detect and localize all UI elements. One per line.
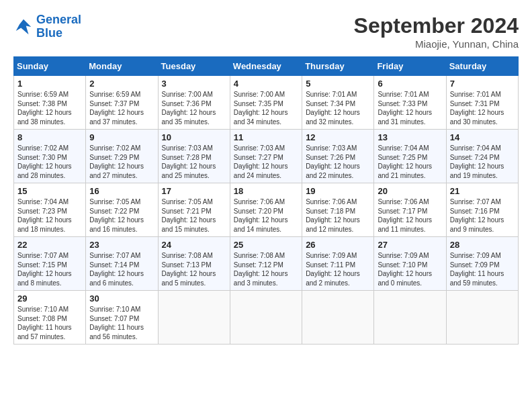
calendar-cell: 2Sunrise: 6:59 AMSunset: 7:37 PMDaylight… — [86, 76, 158, 130]
day-info: Sunrise: 7:09 AMSunset: 7:11 PMDaylight:… — [306, 251, 370, 287]
day-info: Sunrise: 7:02 AMSunset: 7:30 PMDaylight:… — [17, 144, 82, 180]
calendar-week-4: 22Sunrise: 7:07 AMSunset: 7:15 PMDayligh… — [14, 237, 519, 291]
logo-icon — [13, 17, 34, 37]
weekday-header-thursday: Thursday — [302, 57, 374, 76]
day-number: 29 — [17, 293, 82, 304]
day-info: Sunrise: 7:04 AMSunset: 7:23 PMDaylight:… — [17, 197, 82, 234]
day-info: Sunrise: 7:03 AMSunset: 7:26 PMDaylight:… — [306, 144, 370, 180]
calendar-cell: 22Sunrise: 7:07 AMSunset: 7:15 PMDayligh… — [14, 237, 86, 291]
logo: General Blue — [13, 13, 81, 40]
day-number: 3 — [162, 79, 226, 89]
calendar-cell: 9Sunrise: 7:02 AMSunset: 7:29 PMDaylight… — [86, 130, 158, 183]
calendar-cell — [374, 291, 446, 345]
day-number: 8 — [17, 132, 82, 142]
day-info: Sunrise: 7:07 AMSunset: 7:14 PMDaylight:… — [89, 251, 154, 287]
day-number: 9 — [89, 132, 154, 142]
day-number: 20 — [378, 186, 442, 196]
day-info: Sunrise: 7:10 AMSunset: 7:08 PMDaylight:… — [17, 305, 82, 341]
calendar-cell: 19Sunrise: 7:06 AMSunset: 7:18 PMDayligh… — [302, 183, 374, 237]
day-info: Sunrise: 7:08 AMSunset: 7:13 PMDaylight:… — [162, 251, 226, 287]
location-subtitle: Miaojie, Yunnan, China — [354, 38, 519, 50]
calendar-cell: 13Sunrise: 7:04 AMSunset: 7:25 PMDayligh… — [374, 130, 446, 183]
day-info: Sunrise: 7:00 AMSunset: 7:36 PMDaylight:… — [162, 90, 226, 126]
day-info: Sunrise: 7:01 AMSunset: 7:31 PMDaylight:… — [450, 90, 515, 126]
day-info: Sunrise: 7:05 AMSunset: 7:21 PMDaylight:… — [162, 197, 226, 234]
calendar-cell: 10Sunrise: 7:03 AMSunset: 7:28 PMDayligh… — [158, 130, 230, 183]
day-info: Sunrise: 7:06 AMSunset: 7:17 PMDaylight:… — [378, 197, 442, 234]
day-info: Sunrise: 7:08 AMSunset: 7:12 PMDaylight:… — [234, 251, 298, 287]
day-number: 6 — [378, 79, 442, 89]
day-number: 17 — [162, 186, 226, 196]
day-number: 12 — [306, 132, 370, 142]
calendar-cell: 23Sunrise: 7:07 AMSunset: 7:14 PMDayligh… — [86, 237, 158, 291]
day-number: 13 — [378, 132, 442, 142]
month-title: September 2024 — [354, 13, 519, 38]
calendar-cell: 11Sunrise: 7:03 AMSunset: 7:27 PMDayligh… — [230, 130, 302, 183]
calendar-cell: 12Sunrise: 7:03 AMSunset: 7:26 PMDayligh… — [302, 130, 374, 183]
day-info: Sunrise: 7:01 AMSunset: 7:33 PMDaylight:… — [378, 90, 442, 126]
day-number: 11 — [234, 132, 298, 142]
day-number: 16 — [89, 186, 154, 196]
weekday-header-monday: Monday — [86, 57, 158, 76]
calendar-table: SundayMondayTuesdayWednesdayThursdayFrid… — [13, 56, 519, 345]
day-number: 14 — [450, 132, 515, 142]
calendar-cell: 6Sunrise: 7:01 AMSunset: 7:33 PMDaylight… — [374, 76, 446, 130]
day-info: Sunrise: 7:01 AMSunset: 7:34 PMDaylight:… — [306, 90, 370, 126]
calendar-cell: 1Sunrise: 6:59 AMSunset: 7:38 PMDaylight… — [14, 76, 86, 130]
calendar-cell: 18Sunrise: 7:06 AMSunset: 7:20 PMDayligh… — [230, 183, 302, 237]
day-info: Sunrise: 7:09 AMSunset: 7:10 PMDaylight:… — [378, 251, 442, 287]
day-info: Sunrise: 6:59 AMSunset: 7:38 PMDaylight:… — [17, 90, 82, 126]
calendar-cell: 15Sunrise: 7:04 AMSunset: 7:23 PMDayligh… — [14, 183, 86, 237]
day-info: Sunrise: 7:06 AMSunset: 7:18 PMDaylight:… — [306, 197, 370, 234]
calendar-cell: 27Sunrise: 7:09 AMSunset: 7:10 PMDayligh… — [374, 237, 446, 291]
calendar-cell: 25Sunrise: 7:08 AMSunset: 7:12 PMDayligh… — [230, 237, 302, 291]
calendar-week-2: 8Sunrise: 7:02 AMSunset: 7:30 PMDaylight… — [14, 130, 519, 183]
day-number: 28 — [450, 240, 515, 250]
day-info: Sunrise: 7:02 AMSunset: 7:29 PMDaylight:… — [89, 144, 154, 180]
calendar-cell: 21Sunrise: 7:07 AMSunset: 7:16 PMDayligh… — [446, 183, 518, 237]
calendar-cell — [158, 291, 230, 345]
weekday-header-row: SundayMondayTuesdayWednesdayThursdayFrid… — [14, 57, 519, 76]
weekday-header-saturday: Saturday — [446, 57, 518, 76]
day-info: Sunrise: 6:59 AMSunset: 7:37 PMDaylight:… — [89, 90, 154, 126]
calendar-cell — [302, 291, 374, 345]
logo-text: General Blue — [36, 13, 81, 40]
calendar-cell: 14Sunrise: 7:04 AMSunset: 7:24 PMDayligh… — [446, 130, 518, 183]
calendar-cell: 5Sunrise: 7:01 AMSunset: 7:34 PMDaylight… — [302, 76, 374, 130]
calendar-cell — [446, 291, 518, 345]
day-number: 24 — [162, 240, 226, 250]
calendar-cell: 17Sunrise: 7:05 AMSunset: 7:21 PMDayligh… — [158, 183, 230, 237]
calendar-cell: 30Sunrise: 7:10 AMSunset: 7:07 PMDayligh… — [86, 291, 158, 345]
day-number: 27 — [378, 240, 442, 250]
calendar-cell — [230, 291, 302, 345]
calendar-cell: 3Sunrise: 7:00 AMSunset: 7:36 PMDaylight… — [158, 76, 230, 130]
calendar-cell: 4Sunrise: 7:00 AMSunset: 7:35 PMDaylight… — [230, 76, 302, 130]
day-number: 25 — [234, 240, 298, 250]
calendar-week-5: 29Sunrise: 7:10 AMSunset: 7:08 PMDayligh… — [14, 291, 519, 345]
weekday-header-wednesday: Wednesday — [230, 57, 302, 76]
day-info: Sunrise: 7:00 AMSunset: 7:35 PMDaylight:… — [234, 90, 298, 126]
day-info: Sunrise: 7:07 AMSunset: 7:15 PMDaylight:… — [17, 251, 82, 287]
weekday-header-sunday: Sunday — [14, 57, 86, 76]
day-info: Sunrise: 7:09 AMSunset: 7:09 PMDaylight:… — [450, 251, 515, 287]
day-number: 26 — [306, 240, 370, 250]
day-info: Sunrise: 7:03 AMSunset: 7:27 PMDaylight:… — [234, 144, 298, 180]
calendar-cell: 24Sunrise: 7:08 AMSunset: 7:13 PMDayligh… — [158, 237, 230, 291]
calendar-week-3: 15Sunrise: 7:04 AMSunset: 7:23 PMDayligh… — [14, 183, 519, 237]
day-number: 2 — [89, 79, 154, 89]
day-number: 4 — [234, 79, 298, 89]
weekday-header-friday: Friday — [374, 57, 446, 76]
day-number: 1 — [17, 79, 82, 89]
calendar-cell: 26Sunrise: 7:09 AMSunset: 7:11 PMDayligh… — [302, 237, 374, 291]
day-info: Sunrise: 7:03 AMSunset: 7:28 PMDaylight:… — [162, 144, 226, 180]
day-info: Sunrise: 7:07 AMSunset: 7:16 PMDaylight:… — [450, 197, 515, 234]
calendar-cell: 8Sunrise: 7:02 AMSunset: 7:30 PMDaylight… — [14, 130, 86, 183]
day-number: 7 — [450, 79, 515, 89]
day-number: 19 — [306, 186, 370, 196]
weekday-header-tuesday: Tuesday — [158, 57, 230, 76]
calendar-week-1: 1Sunrise: 6:59 AMSunset: 7:38 PMDaylight… — [14, 76, 519, 130]
calendar-cell: 29Sunrise: 7:10 AMSunset: 7:08 PMDayligh… — [14, 291, 86, 345]
calendar-cell: 7Sunrise: 7:01 AMSunset: 7:31 PMDaylight… — [446, 76, 518, 130]
day-number: 21 — [450, 186, 515, 196]
day-number: 5 — [306, 79, 370, 89]
